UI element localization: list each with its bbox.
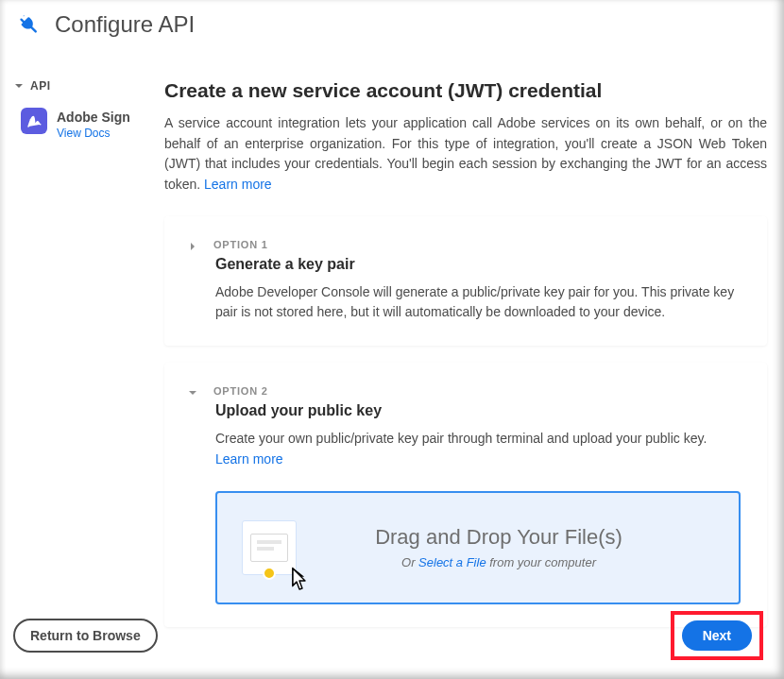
option-2-body: Create your own public/private key pair … <box>215 429 741 469</box>
select-a-file-link[interactable]: Select a File <box>418 555 486 569</box>
chevron-down-icon <box>13 80 25 92</box>
learn-more-link[interactable]: Learn more <box>204 177 272 192</box>
plug-icon <box>17 11 43 38</box>
dropzone-main-text: Drag and Drop Your File(s) <box>297 525 701 550</box>
option-2-body-text: Create your own public/private key pair … <box>215 431 707 446</box>
return-to-browse-button[interactable]: Return to Browse <box>13 619 158 653</box>
main-description: A service account integration lets your … <box>164 113 767 195</box>
option-2-label: OPTION 2 <box>213 385 268 397</box>
next-button-highlight: Next <box>671 611 763 660</box>
dropzone-sub-post: from your computer <box>486 555 596 569</box>
chevron-down-icon <box>187 385 198 397</box>
option-2-title: Upload your public key <box>215 402 741 419</box>
adobe-sign-icon <box>21 108 47 134</box>
dropzone-sub-text: Or Select a File from your computer <box>297 555 701 569</box>
main-content: Create a new service account (JWT) crede… <box>164 79 767 644</box>
option-1-title: Generate a key pair <box>215 256 741 273</box>
chevron-right-icon <box>187 239 198 250</box>
next-button[interactable]: Next <box>682 620 752 651</box>
option-2-card[interactable]: OPTION 2 Upload your public key Create y… <box>164 363 767 626</box>
view-docs-link[interactable]: View Docs <box>57 127 130 140</box>
option-1-label: OPTION 1 <box>213 239 268 250</box>
sidebar-item-adobe-sign[interactable]: Adobe Sign View Docs <box>13 108 145 140</box>
option-1-body: Adobe Developer Console will generate a … <box>215 282 741 323</box>
cursor-pointer-icon <box>283 567 310 597</box>
file-dropzone[interactable]: Drag and Drop Your File(s) Or Select a F… <box>215 491 741 604</box>
main-heading: Create a new service account (JWT) crede… <box>164 79 767 102</box>
sidebar-item-title: Adobe Sign <box>57 110 130 125</box>
sidebar-section-toggle[interactable]: API <box>13 79 145 93</box>
page-header: Configure API <box>0 0 784 55</box>
page-title: Configure API <box>55 11 195 38</box>
footer: Return to Browse Next <box>13 611 763 660</box>
sidebar-section-label: API <box>30 79 51 93</box>
sidebar: API Adobe Sign View Docs <box>13 79 145 644</box>
option-1-card[interactable]: OPTION 1 Generate a key pair Adobe Devel… <box>164 216 767 346</box>
option-2-learn-more-link[interactable]: Learn more <box>215 451 283 467</box>
dropzone-sub-pre: Or <box>401 555 418 569</box>
